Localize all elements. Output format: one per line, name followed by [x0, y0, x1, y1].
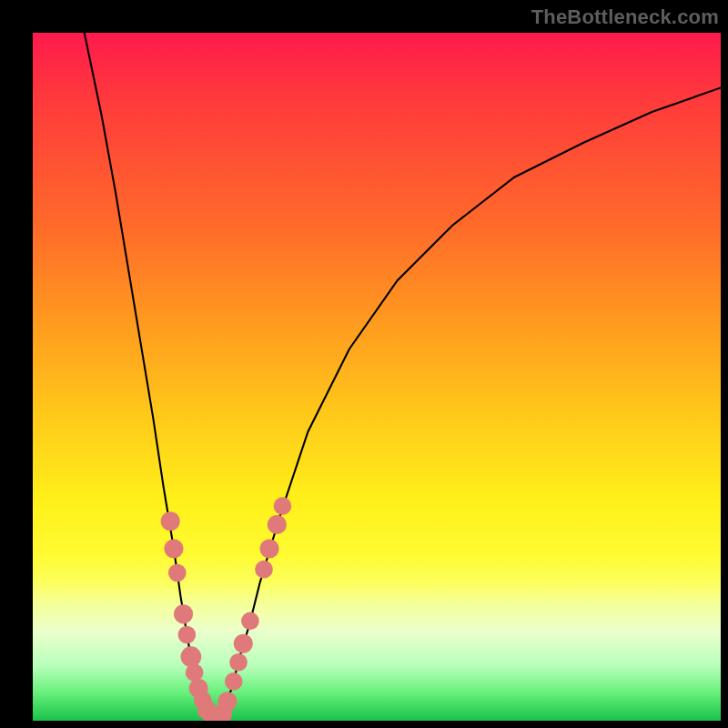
bead-left-0 — [161, 511, 180, 531]
right-curve — [218, 87, 721, 721]
bead-right-9 — [274, 497, 292, 515]
bead-right-2 — [225, 672, 243, 691]
bead-right-6 — [255, 561, 273, 579]
bead-right-8 — [268, 515, 287, 534]
bead-left-3 — [174, 604, 193, 623]
left-curve — [85, 33, 218, 721]
beads-right-group — [213, 497, 291, 721]
bead-right-3 — [229, 653, 248, 672]
bead-right-7 — [259, 539, 278, 558]
chart-frame: TheBottleneck.com — [0, 0, 728, 728]
beads-left-group — [161, 511, 228, 721]
plot-area — [33, 33, 721, 721]
bead-left-5 — [181, 646, 202, 667]
curves-layer — [33, 33, 721, 721]
bead-right-4 — [234, 634, 253, 653]
bead-right-5 — [241, 612, 259, 631]
bead-left-4 — [178, 626, 197, 644]
bead-right-1 — [217, 692, 237, 711]
bead-left-6 — [186, 663, 204, 682]
bead-left-1 — [164, 539, 183, 558]
attribution-text: TheBottleneck.com — [531, 5, 719, 29]
bead-left-2 — [168, 564, 187, 582]
